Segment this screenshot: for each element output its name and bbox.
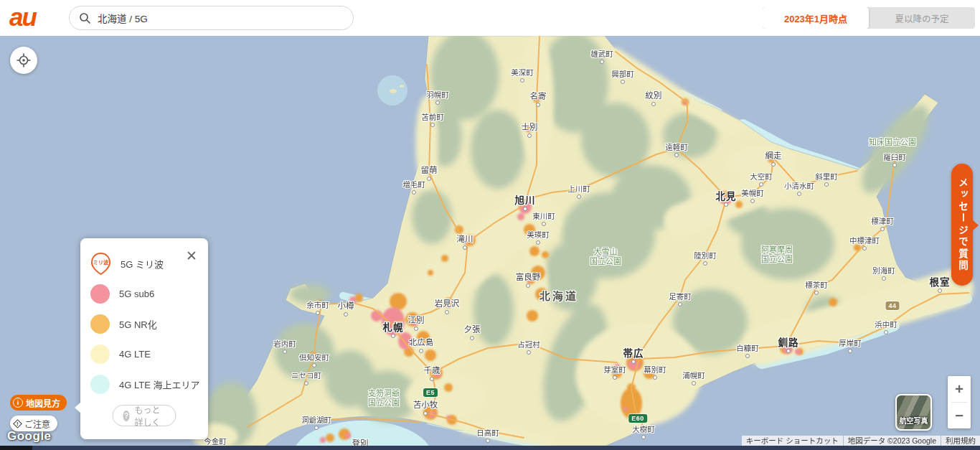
close-icon[interactable]: ✕ xyxy=(184,248,199,263)
legend-label: 5G sub6 xyxy=(119,289,154,299)
message-question-button[interactable]: メッセージで質問 xyxy=(951,164,973,286)
legend-label: 5G ミリ波 xyxy=(121,257,164,271)
legend-item-sub6: 5G sub6 xyxy=(80,278,208,309)
nr-swatch xyxy=(90,314,110,334)
search-icon xyxy=(79,12,91,24)
keyboard-shortcuts-link[interactable]: キーボード ショートカット xyxy=(742,436,843,446)
au-logo[interactable]: au xyxy=(9,3,36,32)
toggle-current[interactable]: 2023年1月時点 xyxy=(763,7,869,29)
map-guide-button[interactable]: i 地図見方 xyxy=(10,395,67,411)
bottom-edge-strip xyxy=(0,446,980,450)
map-data-credit: 地図データ ©2023 Google xyxy=(844,436,941,446)
search-value: 北海道 / 5G xyxy=(98,11,148,25)
legend-label: 5G NR化 xyxy=(119,317,157,331)
caution-label: ご注意 xyxy=(24,418,50,430)
question-icon: ? xyxy=(123,411,130,421)
zoom-out-button[interactable]: − xyxy=(948,403,971,428)
lte-sea-swatch xyxy=(90,375,110,394)
legend-label: 4G LTE xyxy=(119,349,151,360)
svg-text:ミリ波: ミリ波 xyxy=(93,259,110,266)
locate-icon xyxy=(17,53,31,67)
legend-item-lte-sea: 4G LTE 海上エリア xyxy=(80,369,208,399)
more-details-button[interactable]: ? もっと詳しく xyxy=(113,405,176,426)
sub6-swatch xyxy=(90,284,110,304)
search-input[interactable]: 北海道 / 5G xyxy=(69,6,354,30)
map-attribution: キーボード ショートカット 地図データ ©2023 Google 利用規約 xyxy=(741,436,980,446)
map-guide-label: 地図見方 xyxy=(26,397,60,409)
my-location-button[interactable] xyxy=(10,47,37,74)
aerial-photo-button[interactable]: 航空写真 xyxy=(895,394,932,431)
app-header: au 北海道 / 5G 2023年1月時点 夏以降の予定 xyxy=(0,0,980,36)
aerial-photo-label: 航空写真 xyxy=(900,415,928,426)
zoom-in-button[interactable]: + xyxy=(948,376,971,402)
legend-label: 4G LTE 海上エリア xyxy=(119,378,199,391)
info-icon: i xyxy=(13,398,23,408)
google-logo: Google xyxy=(7,429,52,444)
terms-link[interactable]: 利用規約 xyxy=(941,436,980,446)
toggle-future[interactable]: 夏以降の予定 xyxy=(869,7,975,29)
time-toggle: 2023年1月時点 夏以降の予定 xyxy=(763,7,975,29)
zoom-control: + − xyxy=(948,376,971,428)
legend-item-nr: 5G NR化 xyxy=(80,309,208,339)
legend-item-lte: 4G LTE xyxy=(80,339,208,369)
caution-button[interactable]: ! ご注意 xyxy=(10,416,57,431)
more-details-label: もっと詳しく xyxy=(134,403,165,428)
mmwave-pin-icon: ミリ波 xyxy=(90,252,111,276)
legend-panel: ✕ ミリ波 5G ミリ波 5G sub6 5G NR化 4G LTE 4G LT… xyxy=(80,238,208,439)
lte-swatch xyxy=(90,344,110,364)
caution-icon: ! xyxy=(13,419,22,428)
